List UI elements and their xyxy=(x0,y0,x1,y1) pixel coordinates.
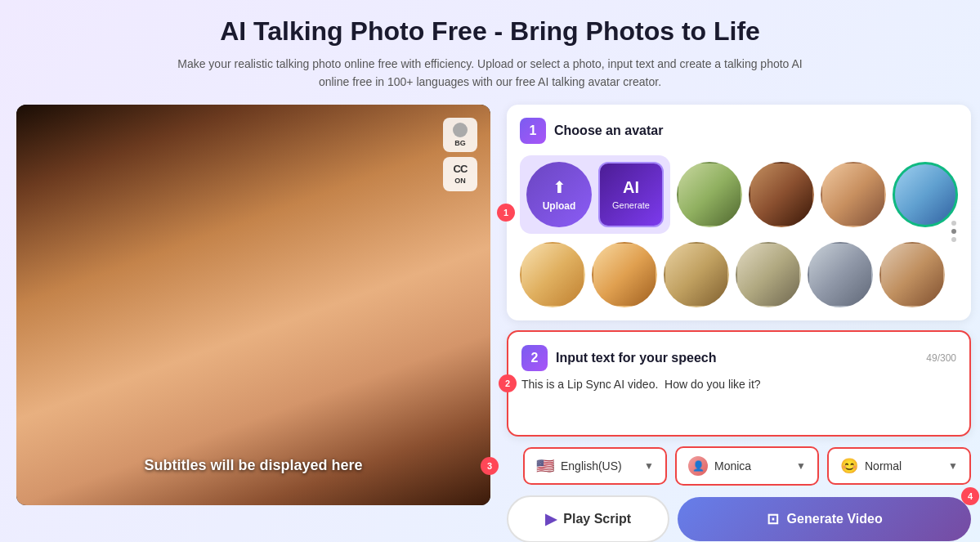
step2-badge: 2 xyxy=(499,374,517,392)
mood-label: Normal xyxy=(865,459,942,473)
language-select[interactable]: 🇺🇸 English(US) ▼ xyxy=(523,447,667,485)
avatar-thumb-1[interactable] xyxy=(677,162,742,227)
speech-header: 2 Input text for your speech 49/300 xyxy=(521,345,956,371)
avatars-grid: ⬆ Upload AI Generate xyxy=(520,155,958,307)
scroll-indicator xyxy=(951,155,958,307)
bg-button[interactable]: BG xyxy=(443,118,477,152)
step3-badge: 3 xyxy=(481,457,499,475)
avatar-thumb-9[interactable] xyxy=(808,242,873,307)
controls-row: 🇺🇸 English(US) ▼ 👤 Monica ▼ 😊 Normal ▼ xyxy=(523,446,971,486)
language-chevron: ▼ xyxy=(644,460,654,472)
avatar-row-2 xyxy=(520,242,958,307)
mood-icon: 😊 xyxy=(840,457,858,475)
step4-wrapper: ▶ Play Script ⊡ Generate Video 4 xyxy=(507,495,971,542)
avatar-preview xyxy=(16,105,490,505)
avatar-thumb-5[interactable] xyxy=(520,242,585,307)
avatar-thumb-10[interactable] xyxy=(879,242,945,307)
scroll-dot-2 xyxy=(951,229,956,234)
main-content: BG CC ON Subtitles will be displayed her… xyxy=(0,105,980,505)
step1-number: 1 xyxy=(520,118,546,144)
step2-number: 2 xyxy=(521,345,548,371)
language-label: English(US) xyxy=(561,459,638,473)
step1-badge: 1 xyxy=(497,204,515,222)
upload-button[interactable]: ⬆ Upload xyxy=(526,162,592,227)
speech-textarea[interactable]: This is a Lip Sync AI video. How do you … xyxy=(521,378,956,419)
bg-icon xyxy=(453,123,468,137)
mood-select[interactable]: 😊 Normal ▼ xyxy=(827,447,971,485)
char-count: 49/300 xyxy=(926,352,956,364)
subtitle-bar: Subtitles will be displayed here xyxy=(16,450,490,481)
avatar-thumb-6[interactable] xyxy=(592,242,657,307)
action-row: ▶ Play Script ⊡ Generate Video 4 xyxy=(507,495,971,542)
upload-icon: ⬆ xyxy=(553,177,566,197)
scroll-dot-3 xyxy=(951,237,956,242)
step1-card: 1 1 Choose an avatar ⬆ Upload AI xyxy=(507,105,971,320)
voice-icon: 👤 xyxy=(688,456,708,476)
upload-generate-group: ⬆ Upload AI Generate xyxy=(520,155,670,234)
mood-chevron: ▼ xyxy=(948,460,958,472)
avatar-row-1: ⬆ Upload AI Generate xyxy=(520,155,958,234)
voice-label: Monica xyxy=(714,459,790,473)
generate-video-button[interactable]: ⊡ Generate Video xyxy=(678,497,971,541)
step2-label: Input text for your speech xyxy=(556,351,716,365)
generate-avatar-button[interactable]: AI Generate xyxy=(598,162,664,227)
play-icon: ▶ xyxy=(545,510,557,528)
flag-icon: 🇺🇸 xyxy=(536,457,554,475)
play-script-button[interactable]: ▶ Play Script xyxy=(507,495,669,542)
step1-header: 1 Choose an avatar xyxy=(520,118,958,144)
voice-chevron: ▼ xyxy=(796,460,806,472)
avatar-thumb-2[interactable] xyxy=(749,162,814,227)
avatar-thumb-4[interactable] xyxy=(893,162,958,227)
generate-icon: ⊡ xyxy=(767,510,779,528)
voice-select[interactable]: 👤 Monica ▼ xyxy=(675,446,819,486)
step2-card: 2 2 Input text for your speech 49/300 Th… xyxy=(507,330,971,437)
page-subtitle: Make your realistic talking photo online… xyxy=(163,55,817,92)
page-header: AI Talking Photo Free - Bring Photos to … xyxy=(0,0,980,105)
overlay-buttons: BG CC ON xyxy=(443,118,477,191)
subtitle-text: Subtitles will be displayed here xyxy=(144,457,362,473)
ai-label: AI xyxy=(623,178,639,197)
left-panel: BG CC ON Subtitles will be displayed her… xyxy=(16,105,490,505)
step3-wrapper: 3 🇺🇸 English(US) ▼ 👤 Monica ▼ 😊 Normal ▼ xyxy=(507,446,971,486)
step1-label: Choose an avatar xyxy=(554,123,663,138)
scroll-dot-1 xyxy=(951,221,956,226)
avatar-thumb-8[interactable] xyxy=(736,242,801,307)
avatar-thumb-7[interactable] xyxy=(664,242,729,307)
cc-button[interactable]: CC ON xyxy=(443,157,477,191)
step4-badge: 4 xyxy=(961,487,979,505)
page-title: AI Talking Photo Free - Bring Photos to … xyxy=(33,16,947,47)
right-panel: 1 1 Choose an avatar ⬆ Upload AI xyxy=(490,105,971,505)
avatar-thumb-3[interactable] xyxy=(821,162,886,227)
